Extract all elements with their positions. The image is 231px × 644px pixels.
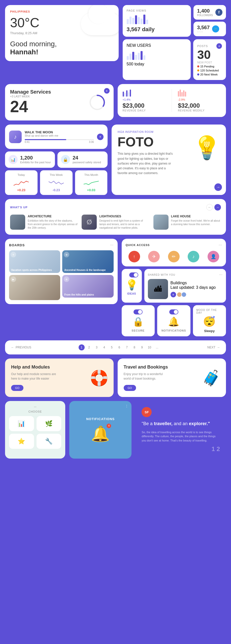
choose-item-tools[interactable]: 🔧 <box>37 434 61 449</box>
twitter-icon[interactable]: 🐦 <box>212 25 219 32</box>
page-6[interactable]: 6 <box>116 344 122 350</box>
whats-up-next-button[interactable]: → <box>214 204 221 211</box>
lighthouses-title: LIGHTHOUSES <box>99 215 149 218</box>
quick-edit-button[interactable]: ✏ <box>168 251 180 262</box>
quick-access-menu[interactable]: ··· <box>219 243 222 247</box>
buildings-menu[interactable]: ··· <box>219 272 222 277</box>
page-5[interactable]: 5 <box>109 344 115 350</box>
page-views-value: 3,567 daily <box>127 26 187 33</box>
travel-go-button[interactable]: GO <box>124 385 136 391</box>
quick-access-title: QUICK ACCESS <box>126 244 150 247</box>
scheduled-status: 120 Scheduled <box>197 69 222 72</box>
exhibits-label: Exhibits for the past hour <box>20 161 51 164</box>
whats-up-title: WHAT'S UP <box>10 206 27 209</box>
fb-followers-label: FOLLOWERS <box>197 14 213 17</box>
secure-toggle[interactable] <box>134 309 143 314</box>
quick-volume-button[interactable]: ♪ <box>188 251 199 262</box>
song-title: WALK THE MOON <box>25 130 94 134</box>
notifications-toggle-card: 🔔 NOTIFICATIONS <box>157 305 190 336</box>
secure-toggle-card: 🔒 SECURE <box>122 305 155 336</box>
board-item-3[interactable]: ▶ <box>9 275 60 300</box>
notifications-menu[interactable]: ⋮ <box>125 404 128 408</box>
notification-badge: 4 <box>107 424 111 428</box>
whats-up-prev-button[interactable]: ← <box>206 204 213 211</box>
music-progress-bar[interactable] <box>25 139 94 140</box>
board-item-4[interactable]: ⊕ From the hills and plains <box>62 275 113 298</box>
trend-week: This Week -0.23 <box>40 170 73 195</box>
news-item-lakehouse: LAKE HOUSE Forget the ocean front hotel.… <box>153 215 221 230</box>
twitter-info: 3,567 ～～～ <box>197 25 210 33</box>
weather-name: Hannah! <box>10 48 38 56</box>
trend-week-value: -0.23 <box>43 188 70 192</box>
quick-user-button[interactable]: 👤 <box>208 251 219 262</box>
page-8[interactable]: 8 <box>131 344 138 350</box>
prev-button[interactable]: ← PREVIOUS <box>11 346 31 349</box>
page-3[interactable]: 3 <box>94 344 100 350</box>
news-item-architecture: ARCHITECTURE Exhibition tells the story … <box>10 215 78 230</box>
avatar-2 <box>181 292 187 297</box>
quick-share-button[interactable]: ↑ <box>128 251 140 262</box>
ikea-description: This lamp gives you a directed light tha… <box>118 151 173 176</box>
add-post-button[interactable]: + <box>216 43 222 49</box>
new-users-card: NEW USERS 500 today <box>123 39 191 80</box>
ikea-next-button[interactable]: → <box>214 183 222 191</box>
new-users-value: 500 today <box>127 62 187 66</box>
music-time: 0:41 3:36 <box>25 141 94 143</box>
travel-card: Travel and Bookings Enjoy your trip to a… <box>118 358 226 397</box>
buildings-card: SHARED WITH YOU ··· 🏙 Buildings Last upd… <box>144 269 226 303</box>
ideas-toggle[interactable] <box>129 272 138 277</box>
choose-item-chart[interactable]: 📊 <box>9 416 34 431</box>
bar <box>127 56 129 60</box>
page-views-chart <box>127 14 187 24</box>
page-9[interactable]: 9 <box>139 344 145 350</box>
board-icon: ✈ <box>11 252 16 257</box>
pause-button[interactable]: ⏸ <box>97 134 104 140</box>
board-item-2[interactable]: ⊕ Ancestral Houses & the landscape <box>62 250 113 273</box>
suitcase-icon: 🧳 <box>202 369 221 387</box>
song-subtitle: Shut up and dance with me <box>25 134 94 137</box>
revenue-weekly-label: REVENUE WEEKLY <box>178 109 221 112</box>
page-views-label: PAGE VIEWS <box>127 9 187 12</box>
page-2[interactable]: 2 <box>86 344 92 350</box>
cloud-decoration <box>81 13 119 35</box>
trend-week-chart <box>43 178 70 187</box>
buildings-shared-label: SHARED WITH YOU <box>148 273 175 276</box>
twitter-followers-card: 3,567 ～～～ 🐦 <box>193 22 226 36</box>
bar <box>127 19 129 24</box>
page-7[interactable]: 7 <box>124 344 130 350</box>
facebook-icon[interactable]: f <box>215 9 222 16</box>
ideas-card: 💡 IDEAS <box>122 269 142 303</box>
lakehouse-content: LAKE HOUSE Forget the ocean front hotel.… <box>171 215 221 230</box>
metrics-row: 📊 1,200 Exhibits for the past hour 🔒 24 … <box>5 151 108 168</box>
tw-followers-count: 3,567 <box>197 25 210 30</box>
board-label-1: Vacation spots across Philippines <box>11 269 58 271</box>
posts-card: POSTS + 30 NEW POST 15 Pending 120 Sched… <box>193 39 226 80</box>
board-icon-2: ⊕ <box>64 252 69 257</box>
manage-add-button[interactable]: + <box>104 88 110 94</box>
bar <box>135 15 137 24</box>
choose-item-star[interactable]: ⭐ <box>9 434 34 449</box>
followers-col: 1,400 FOLLOWERS f 3,567 ～～～ 🐦 <box>193 5 226 37</box>
help-go-button[interactable]: GO <box>11 385 23 391</box>
exhibits-icon: 📊 <box>9 155 18 164</box>
buildings-add-button[interactable]: + <box>171 292 176 297</box>
metric-passwords-card: 🔒 24 password safely stored <box>57 151 107 168</box>
secure-label: SECURE <box>131 329 145 332</box>
page-1[interactable]: 1 <box>79 344 85 350</box>
quote-page-num: 1 2 <box>142 446 220 453</box>
password-icon: 🔒 <box>61 155 70 164</box>
boards-menu-button[interactable]: ··· <box>110 243 113 247</box>
lighthouses-desc: Designed to emit light from a system of … <box>99 219 149 230</box>
tw-followers-label: ～～～ <box>197 30 210 33</box>
metric-password-info: 24 password safely stored <box>73 155 101 164</box>
new-users-chart <box>127 50 187 60</box>
choose-item-leaf[interactable]: 🌿 <box>37 416 61 431</box>
page-10[interactable]: 10 <box>147 344 153 350</box>
next-button[interactable]: NEXT → <box>207 346 220 349</box>
bar <box>138 17 140 24</box>
notifications-toggle[interactable] <box>169 309 178 314</box>
progress-fill <box>25 139 66 140</box>
board-item-1[interactable]: ✈ Vacation spots across Philippines <box>9 250 60 273</box>
quick-send-button[interactable]: ✈ <box>148 251 160 262</box>
page-4[interactable]: 4 <box>101 344 107 350</box>
